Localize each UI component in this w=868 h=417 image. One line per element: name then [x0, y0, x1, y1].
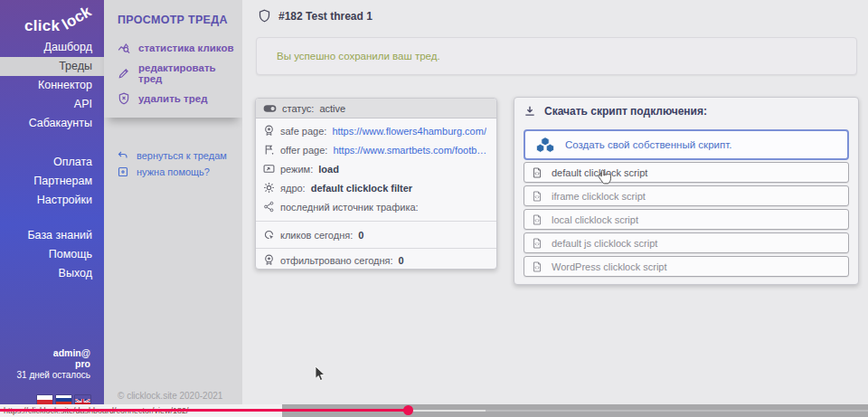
- panel-links: вернуться к тредам нужна помощь?: [118, 147, 227, 180]
- thread-view-panel: ПРОСМОТР ТРЕДА статистика кликов редакти…: [104, 0, 242, 404]
- download-scripts-title: Скачать скрипт подключения:: [544, 105, 707, 118]
- logo-text-lock: lock: [59, 3, 94, 34]
- iframe-clicklock-script-button[interactable]: iframe clicklock script: [524, 185, 849, 206]
- edit-thread-link[interactable]: редактировать тред: [118, 61, 242, 86]
- click-statistics-link[interactable]: статистика кликов: [118, 35, 242, 61]
- safe-page-row: safe page: https://www.flowers4hamburg.c…: [256, 121, 496, 140]
- success-alert: Вы успешно сохранили ваш тред.: [256, 37, 857, 75]
- toggle-icon: [263, 104, 277, 113]
- mode-row: режим: load: [256, 159, 496, 178]
- poland-flag-icon[interactable]: [37, 395, 52, 404]
- mode-value: load: [318, 164, 339, 175]
- back-to-threads-link[interactable]: вернуться к тредам: [118, 147, 227, 164]
- click-statistics-label: статистика кликов: [138, 43, 234, 53]
- safe-page-label: safe page:: [280, 126, 326, 137]
- logo-text-click: click: [24, 17, 60, 35]
- award-icon: [263, 125, 275, 137]
- local-clicklock-script-button[interactable]: local clicklock script: [524, 209, 849, 230]
- clicks-today-value: 0: [358, 230, 363, 241]
- hand-cursor-icon: [598, 168, 612, 185]
- default-clicklock-script-button[interactable]: default clicklock script: [524, 162, 849, 183]
- wordpress-clicklock-script-button[interactable]: WordPress clicklock script: [524, 256, 849, 277]
- help-icon: [118, 166, 128, 177]
- clicks-today-row: кликов сегодня: 0: [256, 221, 496, 248]
- status-value: active: [319, 103, 345, 114]
- share-icon: [263, 201, 275, 213]
- sidebar-item-logout[interactable]: Выход: [0, 264, 104, 283]
- uk-flag-icon[interactable]: [75, 395, 90, 404]
- filtered-today-value: 0: [399, 255, 404, 266]
- iframe-clicklock-script-label: iframe clicklock script: [552, 191, 646, 202]
- account-info: admin@ pro 31 дней осталось: [17, 348, 91, 381]
- account-plan: pro: [17, 359, 91, 370]
- sidebar-menu: Дашборд Треды Коннектор API Сабакаунты О…: [0, 38, 104, 283]
- thread-title: #182 Test thread 1: [278, 10, 373, 23]
- offer-page-row: offer page: https://www.smartbets.com/fo…: [256, 140, 496, 159]
- sidebar-item-threads[interactable]: Треды: [0, 57, 104, 76]
- create-custom-script-label: Создать свой собственный скрипт.: [565, 139, 731, 150]
- download-icon: [524, 105, 536, 118]
- file-code-icon: [532, 166, 542, 179]
- app-window: click lock Дашборд Треды Коннектор API С…: [0, 0, 868, 417]
- status-card-header: статус: active: [256, 99, 496, 118]
- award-icon: [263, 254, 275, 266]
- traffic-source-row: последний источник трафика:: [256, 197, 496, 216]
- core-value: default clicklock filter: [311, 183, 412, 194]
- mode-icon: [263, 163, 275, 175]
- delete-thread-link[interactable]: удалить тред: [118, 86, 242, 111]
- sidebar-item-settings[interactable]: Настройки: [0, 191, 104, 210]
- file-code-icon: [532, 190, 542, 203]
- mode-label: режим:: [280, 164, 313, 175]
- sidebar-item-payment[interactable]: Оплата: [0, 153, 104, 172]
- offer-page-label: offer page:: [280, 145, 327, 156]
- sidebar-item-api[interactable]: API: [0, 95, 104, 114]
- mouse-cursor-icon: [315, 365, 326, 383]
- video-progress-scrubber[interactable]: [403, 405, 413, 415]
- sidebar-item-partners[interactable]: Партнерам: [0, 172, 104, 191]
- sidebar-item-knowledge-base[interactable]: База знаний: [0, 226, 104, 245]
- copyright-text: © clicklock.site 2020-2021: [118, 391, 222, 401]
- filtered-today-row: отфильтровано сегодня: 0: [256, 248, 496, 270]
- blocks-icon: [534, 136, 556, 154]
- shield-icon: [258, 7, 271, 24]
- account-email: admin@: [17, 348, 91, 359]
- video-progress-remaining[interactable]: [486, 410, 868, 412]
- undo-icon: [118, 150, 128, 161]
- thread-header: #182 Test thread 1: [258, 7, 373, 24]
- clicklock-logo: click lock: [0, 5, 104, 40]
- status-card-rows: safe page: https://www.flowers4hamburg.c…: [256, 118, 496, 221]
- sidebar-item-connector[interactable]: Коннектор: [0, 76, 104, 95]
- delete-thread-label: удалить тред: [138, 93, 207, 104]
- sidebar-item-dashboard[interactable]: Дашборд: [0, 38, 104, 57]
- filtered-today-label: отфильтровано сегодня:: [280, 255, 393, 266]
- default-js-clicklock-script-label: default js clicklock script: [552, 238, 657, 249]
- russia-flag-icon[interactable]: [56, 395, 71, 404]
- safe-page-link[interactable]: https://www.flowers4hamburg.com/: [332, 126, 486, 137]
- language-switcher: [37, 395, 90, 404]
- pencil-icon: [118, 67, 130, 80]
- back-to-threads-label: вернуться к тредам: [137, 150, 227, 161]
- video-progress-played[interactable]: [0, 409, 409, 412]
- local-clicklock-script-label: local clicklock script: [552, 214, 638, 225]
- download-scripts-header: Скачать скрипт подключения:: [524, 105, 707, 118]
- offer-page-link[interactable]: https://www.smartbets.com/football/tea..…: [333, 145, 489, 156]
- panel-title: ПРОСМОТР ТРЕДА: [118, 14, 228, 26]
- create-custom-script-button[interactable]: Создать свой собственный скрипт.: [524, 129, 849, 160]
- success-alert-text: Вы успешно сохранили ваш тред.: [277, 38, 440, 74]
- file-code-icon: [532, 213, 542, 226]
- file-code-icon: [532, 237, 542, 250]
- need-help-link[interactable]: нужна помощь?: [118, 164, 227, 180]
- default-js-clicklock-script-button[interactable]: default js clicklock script: [524, 232, 849, 253]
- file-code-icon: [532, 261, 542, 273]
- flag-icon: [263, 144, 275, 156]
- sidebar-item-subaccounts[interactable]: Сабакаунты: [0, 114, 104, 133]
- stats-icon: [118, 42, 130, 54]
- wordpress-clicklock-script-label: WordPress clicklock script: [552, 261, 667, 272]
- sidebar: click lock Дашборд Треды Коннектор API С…: [0, 0, 104, 404]
- core-row: ядро: default clicklock filter: [256, 178, 496, 197]
- sidebar-item-help[interactable]: Помощь: [0, 245, 104, 264]
- traffic-source-label: последний источник трафика:: [280, 202, 419, 213]
- video-progress-buffered[interactable]: [413, 410, 486, 412]
- clicks-today-label: кликов сегодня:: [280, 230, 353, 241]
- core-label: ядро:: [280, 183, 306, 194]
